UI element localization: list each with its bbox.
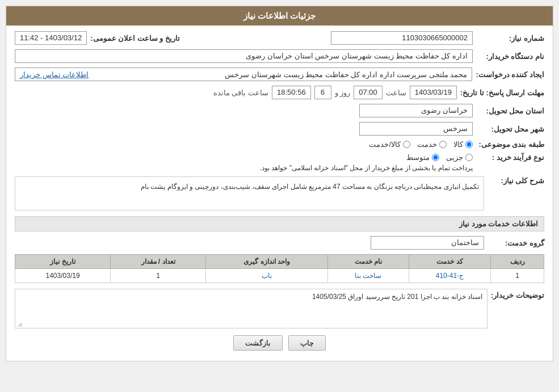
col-tarikh: تاریخ نیاز — [15, 255, 111, 269]
col-kod: کد خدمت — [409, 255, 491, 269]
service-group-label: گروه خدمت: — [487, 239, 544, 247]
radio-jozyi-label: جزیی — [446, 153, 463, 162]
cell-kod[interactable]: ج-41-410 — [409, 269, 491, 283]
mohlat-baqi: 18:50:56 — [272, 86, 311, 99]
resize-handle-icon: ⊿ — [16, 321, 22, 327]
table-row: 1ج-41-410ساخت بناباب11403/03/19 — [15, 269, 544, 283]
radio-motavasset[interactable]: متوسط — [406, 153, 439, 162]
service-section-title: اطلاعات خدمات مورد نیاز — [15, 216, 544, 231]
tabaqe-label: طبقه بندی موضوعی: — [476, 140, 544, 149]
ostan-value: خراسان رضوی — [359, 104, 473, 117]
mohlat-date: 1403/03/19 — [410, 86, 457, 99]
back-button[interactable]: بازگشت — [233, 335, 283, 351]
services-table: ردیف کد خدمت نام خدمت واحد اندازه گیری ت… — [15, 254, 544, 283]
print-button[interactable]: چاپ — [288, 335, 326, 351]
noeFarayand-label: نوع فرآیند خرید : — [476, 153, 544, 162]
ostan-label: استان محل تحویل: — [476, 107, 544, 115]
buyer-notes-label: توضیحات خریدار: — [491, 289, 544, 300]
shomareNiaz-value: 1103030665000002 — [331, 31, 473, 45]
sharh-content: تکمیل انباری محیطبانی درباچه بزنگان به م… — [15, 176, 484, 210]
radio-kala-khedmat-label: کالا/خدمت — [369, 140, 401, 149]
ijadKonande-value: محمد ملتجی سرپرست اداره اداره کل حفاظت م… — [225, 70, 467, 79]
taarikh-elaan-value: 1403/03/12 - 11:42 — [15, 31, 87, 45]
radio-kala-label: کالا — [453, 140, 463, 149]
shomareNiaz-label: شماره نیاز: — [476, 34, 544, 43]
ijadKonande-link[interactable]: اطلاعات تماس خریدار — [20, 70, 89, 79]
noeFarayand-radio-group: جزیی متوسط — [15, 153, 473, 162]
ijadKonande-container: محمد ملتجی سرپرست اداره اداره کل حفاظت م… — [15, 68, 472, 81]
shahr-value: سرخس — [359, 122, 473, 136]
service-group-value: ساختمان — [371, 236, 484, 250]
page-title: جزئیات اطلاعات نیاز — [6, 6, 553, 26]
radio-kala[interactable]: کالا — [453, 140, 473, 149]
shahr-label: شهر محل تحویل: — [476, 125, 544, 133]
radio-khedmat[interactable]: خدمت — [417, 140, 447, 149]
radio-khedmat-label: خدمت — [417, 140, 437, 149]
mohlat-saat-label: ساعت — [386, 88, 406, 97]
noeFarayand-note: پرداخت تمام یا بخشی از مبلغ خریدار از مح… — [15, 164, 473, 172]
ijadKonande-label: ایجاد کننده درخواست: — [476, 70, 544, 79]
mohlat-saat: 07:00 — [354, 86, 383, 99]
col-naam: نام خدمت — [328, 255, 409, 269]
namDastgah-value: اداره کل حفاظت محیط زیست شهرستان سرخس اس… — [15, 49, 473, 63]
col-vahed: واحد اندازه گیری — [205, 255, 327, 269]
radio-motavasset-label: متوسط — [406, 153, 430, 162]
cell-radif: 1 — [491, 269, 544, 283]
cell-tedad: 1 — [111, 269, 206, 283]
buyer-notes-box: اسناد خزانه بند ب اجزا 201 تاریخ سررسید … — [15, 289, 487, 328]
taarikh-elaan-label: تاریخ و ساعت اعلان عمومی: — [90, 34, 180, 43]
radio-jozyi[interactable]: جزیی — [446, 153, 473, 162]
mohlat-rooz: 6 — [314, 86, 331, 99]
tabaqe-radio-group: کالا خدمت کالا/خدمت — [15, 140, 473, 149]
cell-tarikh: 1403/03/19 — [15, 269, 111, 283]
buttons-row: چاپ بازگشت — [15, 335, 544, 351]
namDastgah-label: نام دستگاه خریدار: — [476, 52, 544, 61]
sharh-label: شرح کلی نیاز: — [487, 176, 544, 185]
radio-kala-khedmat[interactable]: کالا/خدمت — [369, 140, 410, 149]
cell-vahed[interactable]: باب — [205, 269, 327, 283]
mohlat-baqi-label: ساعت باقی مانده — [213, 88, 268, 97]
col-radif: ردیف — [491, 255, 544, 269]
col-tedad: تعداد / مقدار — [111, 255, 206, 269]
cell-naam[interactable]: ساخت بنا — [328, 269, 409, 283]
mohlat-label: مهلت ارسال پاسخ: تا تاریخ: — [460, 88, 544, 97]
mohlat-rooz-label: روز و — [335, 88, 351, 97]
buyer-notes-content: اسناد خزانه بند ب اجزا 201 تاریخ سررسید … — [312, 293, 482, 301]
